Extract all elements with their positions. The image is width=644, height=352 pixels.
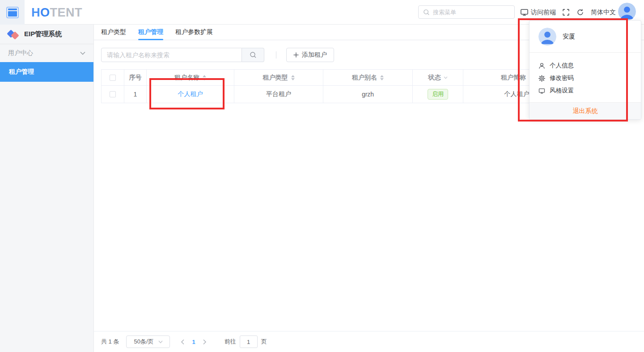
logo-text-h: H — [31, 6, 40, 19]
chevron-down-icon — [80, 51, 85, 55]
sort-icon[interactable] — [203, 75, 206, 80]
plus-icon — [293, 52, 299, 58]
tenant-name-link[interactable]: 个人租户 — [178, 90, 203, 98]
header-checkbox-cell — [102, 70, 124, 85]
gear-icon — [538, 75, 545, 82]
column-header-index: 序号 — [124, 70, 147, 85]
system-logo-icon — [7, 29, 20, 40]
goto-label: 前往 — [225, 338, 236, 346]
add-tenant-label: 添加租户 — [302, 51, 327, 59]
tenant-search-button[interactable] — [242, 48, 264, 62]
page-size-select[interactable]: 50条/页 — [126, 335, 170, 348]
column-label: 序号 — [129, 74, 142, 82]
cell-value: grzh — [362, 91, 374, 98]
sidebar-collapse-button[interactable] — [0, 0, 25, 25]
sidebar: EIP管理系统 用户中心 租户管理 — [0, 25, 94, 352]
column-label: 租户别名 — [352, 74, 377, 82]
menu-item-label: 个人信息 — [550, 62, 574, 70]
logo: HOTENT — [31, 6, 82, 20]
column-label: 状态 — [428, 74, 441, 82]
tab-tenant-type[interactable]: 租户类型 — [101, 25, 126, 40]
menu-item-label: 修改密码 — [550, 74, 574, 82]
sidebar-item-tenant-management[interactable]: 租户管理 — [0, 62, 93, 82]
cell-tenant-alias: grzh — [323, 86, 413, 103]
total-count-label: 共 1 条 — [101, 338, 119, 346]
menu-item-profile[interactable]: 个人信息 — [530, 59, 641, 72]
column-header-type[interactable]: 租户类型 — [234, 70, 323, 85]
visit-frontend-label: 访问前端 — [531, 8, 556, 17]
fullscreen-button[interactable] — [562, 8, 570, 16]
column-header-name[interactable]: 租户名称 — [147, 70, 234, 85]
refresh-icon — [576, 8, 584, 16]
row-checkbox-cell — [102, 86, 124, 103]
logout-button[interactable]: 退出系统 — [530, 102, 641, 119]
system-title: EIP管理系统 — [0, 25, 93, 44]
current-page-number[interactable]: 1 — [192, 339, 195, 345]
cell-value: 个人租户 — [504, 90, 530, 98]
page-unit-label: 页 — [261, 338, 267, 346]
dropdown-menu-items: 个人信息 修改密码 风格设置 — [530, 53, 641, 97]
cell-tenant-name: 个人租户 — [147, 86, 234, 103]
user-avatar-button[interactable] — [618, 3, 636, 21]
system-title-label: EIP管理系统 — [24, 30, 62, 38]
user-display-name: 安厦 — [563, 33, 575, 41]
cell-status: 启用 — [413, 86, 463, 103]
logout-label: 退出系统 — [573, 107, 598, 115]
cell-index: 1 — [124, 86, 147, 103]
goto-page-group: 前往 页 — [225, 335, 267, 348]
sidebar-item-label: 租户管理 — [9, 68, 34, 76]
menu-search-input[interactable] — [433, 9, 514, 16]
visit-frontend-button[interactable]: 访问前端 — [520, 8, 556, 17]
search-icon — [423, 9, 430, 16]
status-badge: 启用 — [428, 89, 448, 100]
tab-label: 租户类型 — [101, 28, 126, 36]
avatar-person-icon — [538, 28, 556, 46]
filter-chevron-icon[interactable] — [444, 76, 448, 79]
column-header-status[interactable]: 状态 — [413, 70, 463, 85]
menu-item-label: 风格设置 — [550, 87, 574, 95]
tab-label: 租户参数扩展 — [175, 28, 213, 36]
prev-page-button[interactable] — [181, 339, 185, 345]
refresh-button[interactable] — [576, 8, 584, 16]
sort-icon[interactable] — [380, 75, 384, 80]
person-icon — [538, 63, 545, 69]
language-switcher[interactable]: 简体中文 — [591, 8, 616, 17]
dropdown-user-section: 安厦 — [530, 21, 641, 53]
chevron-down-icon — [158, 340, 163, 344]
sidebar-group-user-center[interactable]: 用户中心 — [0, 44, 93, 62]
menu-item-change-password[interactable]: 修改密码 — [530, 72, 641, 84]
toolbar-divider — [276, 51, 276, 59]
logo-text-rest: TENT — [50, 6, 83, 19]
logo-text-o: O — [40, 6, 50, 19]
row-checkbox[interactable] — [110, 91, 116, 97]
avatar-person-icon — [618, 3, 636, 21]
add-tenant-button[interactable]: 添加租户 — [286, 48, 334, 62]
menu-item-style-settings[interactable]: 风格设置 — [530, 84, 641, 97]
page-size-value: 50条/页 — [134, 338, 153, 346]
user-dropdown-menu: 安厦 个人信息 修改密码 风格设置 退出系统 — [529, 20, 641, 120]
column-label: 租户简称 — [501, 74, 526, 82]
cell-value: 1 — [134, 91, 137, 98]
cell-tenant-type: 平台租户 — [234, 86, 323, 103]
monitor-icon — [538, 88, 545, 94]
tab-tenant-param-extension[interactable]: 租户参数扩展 — [175, 25, 213, 40]
tenant-search-box[interactable] — [101, 48, 242, 62]
toolbar: 添加租户 — [101, 48, 334, 62]
sort-icon[interactable] — [291, 75, 295, 80]
cell-value: 平台租户 — [266, 90, 291, 98]
monitor-icon — [520, 8, 529, 17]
dropdown-avatar — [538, 28, 556, 46]
language-label: 简体中文 — [591, 8, 616, 17]
column-label: 租户类型 — [263, 74, 288, 82]
column-label: 租户名称 — [174, 74, 199, 82]
select-all-checkbox[interactable] — [110, 75, 116, 81]
tab-tenant-management[interactable]: 租户管理 — [138, 25, 163, 40]
next-page-button[interactable] — [203, 339, 207, 345]
tab-label: 租户管理 — [138, 28, 163, 36]
menu-search-box[interactable] — [418, 5, 515, 19]
fullscreen-icon — [562, 8, 570, 16]
pagination-bar: 共 1 条 50条/页 1 前往 页 — [94, 331, 644, 352]
goto-page-input[interactable] — [240, 335, 258, 348]
tenant-search-input[interactable] — [107, 51, 242, 59]
column-header-alias[interactable]: 租户别名 — [323, 70, 413, 85]
